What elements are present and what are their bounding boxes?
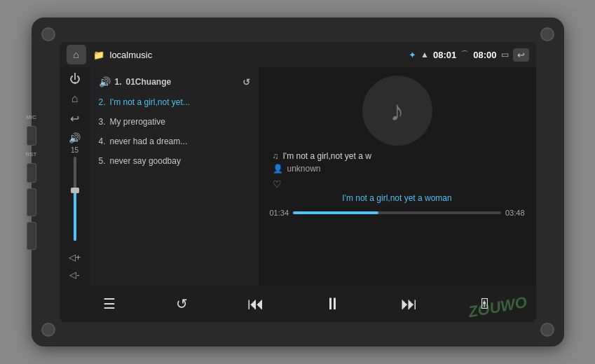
track-item[interactable]: 4. never had a dream... (90, 132, 259, 151)
repeat-icon[interactable]: ↺ (242, 77, 250, 88)
track-item[interactable]: 3. My prerogative (90, 112, 259, 132)
volume-control: 🔊 15 (69, 132, 81, 245)
track-list: 🔊 1. 01Chuange ↺ 2. I'm not a girl,not y… (90, 67, 259, 286)
car-unit: MIC RST ⌂ 📁 localmusic ✦ ▲ 08:01 ⌒ 08:00… (32, 18, 564, 346)
mic-label: MIC (26, 114, 36, 120)
side-btn-4[interactable] (27, 222, 36, 250)
music-folder-icon: 📁 (93, 50, 104, 60)
main-content: ⏻ ⌂ ↩ 🔊 15 ◁+ ◁- 🔊 (60, 67, 536, 286)
side-btn-2[interactable] (27, 163, 36, 183)
back-nav-icon[interactable]: ↩ (70, 112, 79, 125)
progress-track[interactable] (293, 211, 501, 214)
power-icon[interactable]: ⏻ (69, 73, 81, 85)
repeat-button[interactable]: ↺ (169, 291, 195, 316)
total-time: 03:48 (505, 209, 525, 217)
battery-icon: ▭ (501, 50, 509, 59)
music-note-icon: ♪ (390, 95, 404, 127)
heart-container[interactable]: ♡ (273, 178, 522, 190)
heart-icon[interactable]: ♡ (273, 178, 282, 190)
song-note-icon: ♫ (273, 151, 279, 161)
volume-fill (74, 190, 76, 241)
vol-down-icon[interactable]: ◁- (69, 270, 79, 280)
vol-up-icon[interactable]: ◁+ (69, 252, 81, 262)
song-info: ♫ I'm not a girl,not yet a w 👤 unknown ♡ (270, 151, 525, 190)
speaker-icon: 🔊 (69, 132, 81, 144)
prev-button[interactable]: ⏮ (240, 290, 271, 318)
now-playing-title[interactable]: 01Chuange (126, 77, 238, 87)
home-button[interactable]: ⌂ (67, 45, 86, 64)
screw-bl (41, 323, 55, 337)
volume-track[interactable] (74, 157, 76, 241)
equalizer-button[interactable]: 🎚 (471, 292, 499, 316)
volume-label: 15 (71, 146, 78, 154)
song-title: I'm not a girl,not yet a w (283, 151, 371, 161)
side-buttons-left: MIC RST (26, 114, 37, 250)
play-pause-button[interactable]: ⏸ (317, 290, 348, 318)
track-title: I'm not a girl,not yet... (110, 97, 190, 107)
signal-icon: ⌒ (460, 49, 469, 61)
home-nav-icon[interactable]: ⌂ (71, 92, 78, 105)
screw-tl (41, 27, 55, 41)
wifi-icon: ▲ (420, 50, 429, 59)
playlist-button[interactable]: ☰ (96, 291, 123, 316)
track-title: My prerogative (110, 117, 165, 127)
side-btn-1[interactable] (27, 126, 36, 146)
track-item[interactable]: 2. I'm not a girl,not yet... (90, 92, 259, 112)
track-title: never say goodbay (110, 156, 181, 166)
track-num: 2. (99, 97, 106, 107)
bluetooth-icon: ✦ (409, 50, 416, 60)
screw-tr (540, 27, 554, 41)
rst-label: RST (26, 151, 37, 158)
artist-row: 👤 unknown (273, 164, 522, 174)
track-num: 4. (99, 136, 106, 146)
album-art: ♪ (362, 76, 432, 146)
person-icon: 👤 (273, 164, 283, 174)
screw-br (540, 323, 554, 337)
artist-name: unknown (287, 164, 321, 174)
song-title-row: ♫ I'm not a girl,not yet a w (273, 151, 522, 161)
progress-fill (293, 211, 378, 214)
clock-time: 08:01 (433, 50, 456, 60)
track-num: 3. (99, 117, 106, 127)
control-bar: ☰ ↺ ⏮ ⏸ ⏭ 🎚 (60, 286, 536, 322)
clock-time2: 08:00 (473, 50, 496, 60)
current-time: 01:34 (270, 209, 289, 217)
volume-thumb[interactable] (71, 188, 79, 193)
next-button[interactable]: ⏭ (394, 290, 425, 318)
track-title: never had a dream... (110, 136, 188, 146)
track-item-playing-header: 🔊 1. 01Chuange ↺ (90, 71, 259, 92)
app-title: localmusic (110, 50, 405, 60)
track-num: 5. (99, 156, 106, 166)
now-playing-num: 1. (115, 77, 122, 87)
side-btn-3[interactable] (27, 188, 36, 216)
screen: ⌂ 📁 localmusic ✦ ▲ 08:01 ⌒ 08:00 ▭ ↩ ⏻ ⌂… (60, 42, 536, 322)
player-panel: ♪ ♫ I'm not a girl,not yet a w 👤 unknown… (259, 67, 536, 286)
status-right: ✦ ▲ 08:01 ⌒ 08:00 ▭ ↩ (409, 48, 528, 62)
progress-bar-container: 01:34 03:48 (270, 209, 525, 217)
back-button[interactable]: ↩ (513, 48, 529, 62)
now-playing-speaker-icon: 🔊 (99, 76, 111, 88)
left-sidebar: ⏻ ⌂ ↩ 🔊 15 ◁+ ◁- (60, 67, 90, 286)
lyrics-display: I'm not a girl,not yet a woman (342, 193, 451, 203)
status-bar: ⌂ 📁 localmusic ✦ ▲ 08:01 ⌒ 08:00 ▭ ↩ (60, 42, 536, 67)
track-item[interactable]: 5. never say goodbay (90, 151, 259, 171)
